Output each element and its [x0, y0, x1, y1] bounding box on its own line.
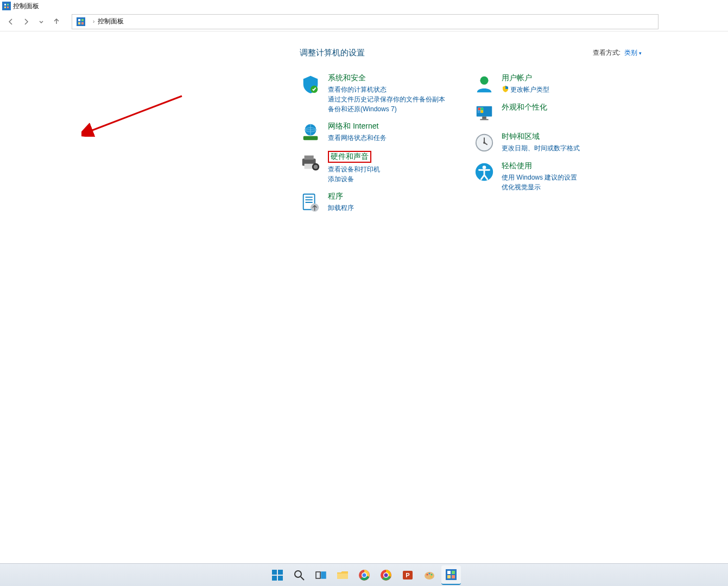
explorer-button[interactable] — [333, 565, 352, 585]
svg-rect-21 — [306, 199, 313, 200]
category-link[interactable]: 卸载程序 — [328, 203, 452, 213]
category-title[interactable]: 时钟和区域 — [502, 132, 540, 142]
category-link[interactable]: 更改日期、时间或数字格式 — [502, 143, 625, 153]
svg-rect-7 — [81, 19, 84, 21]
recent-dropdown[interactable] — [35, 15, 48, 28]
chrome-button[interactable] — [354, 565, 374, 585]
category-title[interactable]: 程序 — [328, 192, 343, 201]
svg-rect-1 — [4, 4, 6, 5]
svg-point-48 — [362, 573, 366, 577]
category-link[interactable]: 查看设备和打印机 — [328, 164, 452, 174]
svg-rect-31 — [482, 117, 486, 119]
taskview-button[interactable] — [311, 565, 331, 585]
svg-rect-39 — [278, 570, 283, 575]
category-link[interactable]: 使用 Windows 建议的设置 — [502, 173, 625, 182]
search-button[interactable] — [289, 565, 309, 585]
category-ease-of-access: 轻松使用 使用 Windows 建议的设置 优化视觉显示 — [473, 161, 625, 192]
start-button[interactable] — [268, 565, 287, 585]
control-panel-icon — [2, 2, 11, 10]
controlpanel-button[interactable] — [441, 565, 461, 585]
powerpoint-button[interactable]: P — [398, 565, 417, 585]
svg-rect-13 — [303, 136, 318, 141]
category-link[interactable]: 更改帐户类型 — [502, 85, 625, 94]
breadcrumb-current[interactable]: 控制面板 — [98, 17, 124, 26]
uac-shield-icon — [502, 85, 509, 93]
svg-rect-62 — [447, 575, 451, 578]
svg-rect-6 — [78, 19, 80, 21]
svg-rect-43 — [316, 572, 320, 578]
category-link[interactable]: 备份和还原(Windows 7) — [328, 104, 452, 114]
view-by-dropdown[interactable]: 类别 — [624, 49, 642, 56]
svg-rect-9 — [81, 22, 84, 24]
svg-point-58 — [430, 576, 432, 577]
back-button[interactable] — [4, 15, 17, 28]
svg-rect-0 — [3, 3, 10, 9]
category-link[interactable]: 通过文件历史记录保存你的文件备份副本 — [328, 94, 452, 104]
svg-rect-20 — [306, 197, 313, 198]
category-title[interactable]: 硬件和声音 — [328, 151, 371, 163]
svg-rect-63 — [452, 575, 455, 578]
view-by: 查看方式: 类别 — [593, 48, 642, 58]
svg-rect-3 — [4, 7, 6, 8]
category-column-right: 用户帐户 更改帐户类型 外观和个性化 — [473, 73, 625, 221]
globe-network-icon — [300, 122, 321, 143]
printer-camera-icon — [300, 151, 321, 173]
svg-rect-38 — [272, 570, 277, 575]
svg-rect-29 — [478, 110, 481, 113]
svg-rect-5 — [77, 17, 85, 26]
svg-text:P: P — [406, 572, 409, 578]
svg-point-36 — [483, 165, 486, 169]
svg-point-57 — [431, 574, 432, 575]
forward-button[interactable] — [20, 15, 33, 28]
annotation-arrow — [81, 93, 185, 137]
category-title[interactable]: 系统和安全 — [328, 73, 366, 83]
taskbar: P — [0, 563, 728, 586]
chrome-canary-button[interactable] — [376, 565, 396, 585]
svg-rect-8 — [78, 22, 80, 24]
category-title[interactable]: 用户帐户 — [502, 73, 532, 83]
svg-point-34 — [483, 142, 485, 144]
window-title: 控制面板 — [13, 2, 39, 11]
category-user-accounts: 用户帐户 更改帐户类型 — [473, 73, 625, 95]
category-appearance-personalization: 外观和个性化 — [473, 103, 625, 124]
category-link[interactable]: 查看你的计算机状态 — [328, 85, 452, 94]
svg-rect-15 — [305, 156, 314, 160]
programs-icon — [300, 192, 321, 213]
paint-button[interactable] — [420, 565, 439, 585]
category-programs: 程序 卸载程序 — [300, 192, 452, 213]
svg-rect-30 — [480, 110, 483, 113]
category-title[interactable]: 轻松使用 — [502, 161, 532, 171]
category-clock-region: 时钟和区域 更改日期、时间或数字格式 — [473, 132, 625, 154]
svg-point-56 — [428, 572, 430, 574]
svg-rect-45 — [337, 574, 348, 579]
category-title[interactable]: 网络和 Internet — [328, 122, 378, 131]
user-icon — [473, 73, 495, 95]
svg-rect-22 — [306, 202, 313, 203]
category-title[interactable]: 外观和个性化 — [502, 103, 547, 112]
category-link[interactable]: 查看网络状态和任务 — [328, 133, 452, 143]
svg-rect-28 — [480, 108, 483, 111]
accessibility-icon — [473, 161, 495, 183]
category-link[interactable]: 优化视觉显示 — [502, 182, 625, 192]
category-system-security: 系统和安全 查看你的计算机状态 通过文件历史记录保存你的文件备份副本 备份和还原… — [300, 73, 452, 114]
svg-rect-40 — [272, 576, 277, 581]
nav-toolbar: › 控制面板 — [0, 12, 728, 31]
view-by-label: 查看方式: — [593, 49, 621, 56]
address-icon — [77, 17, 85, 26]
svg-point-55 — [426, 574, 428, 575]
svg-point-24 — [480, 77, 488, 85]
shield-icon — [300, 73, 321, 95]
category-link[interactable]: 添加设备 — [328, 174, 452, 184]
svg-rect-41 — [278, 576, 283, 581]
clock-icon — [473, 132, 495, 154]
address-bar[interactable]: › 控制面板 — [72, 14, 659, 29]
svg-line-37 — [90, 96, 182, 131]
svg-point-42 — [295, 571, 301, 577]
category-network-internet: 网络和 Internet 查看网络状态和任务 — [300, 122, 452, 143]
svg-point-51 — [384, 573, 388, 577]
svg-rect-61 — [452, 571, 455, 574]
category-column-left: 系统和安全 查看你的计算机状态 通过文件历史记录保存你的文件备份副本 备份和还原… — [300, 73, 452, 221]
monitor-icon — [473, 103, 495, 124]
up-button[interactable] — [50, 15, 63, 28]
svg-rect-60 — [447, 571, 451, 574]
